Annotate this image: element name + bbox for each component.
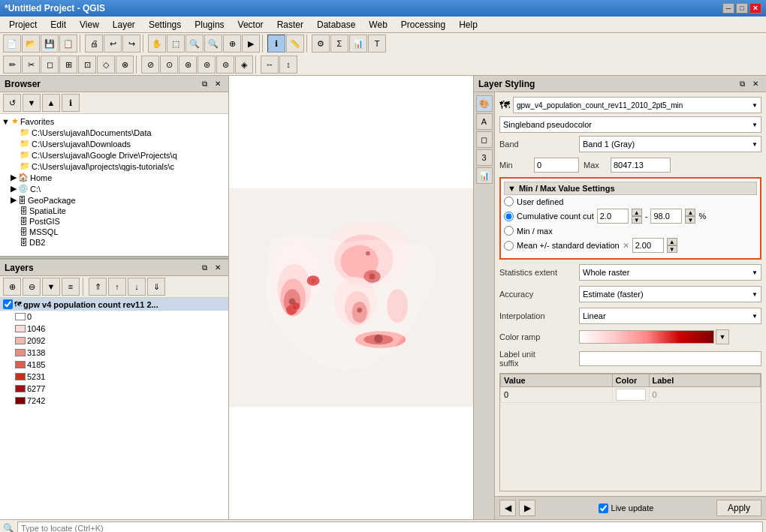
tree-item-db2[interactable]: 🗄 DB2: [2, 237, 227, 248]
maximize-button[interactable]: □: [736, 3, 748, 14]
layers-filter[interactable]: ▼: [42, 278, 60, 296]
tb-save-as[interactable]: 📋: [59, 35, 77, 53]
mean-std-spinner[interactable]: ▲ ▼: [667, 238, 677, 253]
tb-redo[interactable]: ↪: [122, 35, 140, 53]
spin-up-2[interactable]: ▲: [685, 209, 695, 216]
browser-close-btn[interactable]: ✕: [212, 78, 224, 90]
style-icon-symbology[interactable]: 🎨: [476, 95, 493, 112]
color-ramp-menu[interactable]: ▼: [716, 329, 729, 344]
tb-open[interactable]: 📂: [22, 35, 40, 53]
tb-zoom-out[interactable]: 🔍: [204, 35, 222, 53]
band-dropdown[interactable]: Band 1 (Gray) ▼: [579, 136, 761, 152]
tree-item-postgis[interactable]: 🗄 PostGIS: [2, 216, 227, 227]
browser-collapse[interactable]: ▲: [42, 94, 60, 112]
layers-remove[interactable]: ⊖: [23, 278, 41, 296]
tb-digitize-4[interactable]: ⊞: [59, 56, 77, 74]
tb-zoom-in[interactable]: 🔍: [185, 35, 204, 53]
cumulative-radio[interactable]: [504, 212, 514, 221]
min-input[interactable]: [534, 158, 579, 173]
tree-item-3[interactable]: 📁 C:\Users\ujaval\projects\qgis-tutorial…: [2, 161, 227, 172]
map-area[interactable]: [229, 76, 473, 519]
cumulative-min-input[interactable]: [597, 209, 629, 224]
tree-item-c[interactable]: ▶ 💿 C:\: [2, 183, 227, 194]
tb-digitize-5[interactable]: ⊡: [78, 56, 96, 74]
tb-move2[interactable]: ↕: [279, 56, 297, 74]
mean-std-input[interactable]: [632, 238, 664, 253]
tb-layer-props[interactable]: ⚙: [312, 35, 330, 53]
tb-adv-2[interactable]: ⊙: [160, 56, 178, 74]
locate-input[interactable]: [17, 521, 763, 533]
spin-up-1[interactable]: ▲: [632, 209, 642, 216]
tb-undo[interactable]: ↩: [104, 35, 122, 53]
tb-digitize-6[interactable]: ◇: [97, 56, 115, 74]
tb-adv-3[interactable]: ⊛: [179, 56, 197, 74]
tb-select[interactable]: ⬚: [167, 35, 185, 53]
layers-move-down[interactable]: ↓: [128, 278, 146, 296]
close-button[interactable]: ✕: [749, 3, 761, 14]
spin-up-3[interactable]: ▲: [667, 238, 677, 245]
styling-float-btn[interactable]: ⧉: [736, 78, 748, 90]
tb-calculator[interactable]: T: [368, 35, 386, 53]
minmax-radio[interactable]: [504, 226, 514, 236]
menu-plugins[interactable]: Plugins: [188, 18, 230, 32]
label-unit-input[interactable]: [579, 351, 761, 366]
style-icon-mask[interactable]: ◻: [476, 131, 493, 148]
forward-button[interactable]: ▶: [519, 500, 535, 516]
mean-std-radio[interactable]: [504, 241, 514, 251]
max-input[interactable]: [611, 158, 671, 173]
styling-close-btn[interactable]: ✕: [749, 78, 761, 90]
menu-view[interactable]: View: [74, 18, 105, 32]
tree-item-root[interactable]: ▼ ★ Favorites: [2, 116, 227, 127]
browser-info[interactable]: ℹ: [62, 94, 80, 112]
tb-move[interactable]: ↔: [261, 56, 279, 74]
tb-digitize-1[interactable]: ✏: [3, 56, 21, 74]
tb-measure[interactable]: 📏: [286, 35, 304, 53]
layers-close-btn[interactable]: ✕: [212, 262, 224, 274]
browser-filter[interactable]: ▼: [23, 94, 41, 112]
tree-item-1[interactable]: 📁 C:\Users\ujaval\Downloads: [2, 138, 227, 149]
tb-sum[interactable]: Σ: [330, 35, 348, 53]
browser-float-btn[interactable]: ⧉: [198, 78, 210, 90]
menu-help[interactable]: Help: [453, 18, 484, 32]
user-defined-radio[interactable]: [504, 197, 514, 206]
tb-zoom-full[interactable]: ⊕: [223, 35, 241, 53]
menu-raster[interactable]: Raster: [271, 18, 309, 32]
layers-float-btn[interactable]: ⧉: [198, 262, 210, 274]
menu-web[interactable]: Web: [363, 18, 393, 32]
cumulative-max-input[interactable]: [650, 209, 682, 224]
layers-more[interactable]: ≡: [62, 278, 80, 296]
back-button[interactable]: ◀: [499, 500, 516, 516]
accuracy-dropdown[interactable]: Estimate (faster) ▼: [579, 286, 761, 302]
layer-main[interactable]: 🗺 gpw v4 population count rev11 2...: [0, 298, 228, 311]
interpolation-dropdown[interactable]: Linear ▼: [579, 308, 761, 324]
tb-adv-1[interactable]: ⊘: [141, 56, 159, 74]
tree-item-0[interactable]: 📁 C:\Users\ujaval\Documents\Data: [2, 127, 227, 138]
tb-print[interactable]: 🖨: [85, 35, 103, 53]
menu-layer[interactable]: Layer: [107, 18, 141, 32]
spin-down-2[interactable]: ▼: [685, 216, 695, 224]
apply-button[interactable]: Apply: [716, 500, 761, 516]
cell-color-0[interactable]: [612, 387, 649, 403]
style-icon-3d[interactable]: 3: [476, 149, 493, 166]
layers-move-top[interactable]: ⇑: [89, 278, 107, 296]
tb-new[interactable]: 📄: [3, 35, 21, 53]
menu-database[interactable]: Database: [311, 18, 361, 32]
layers-open-layer[interactable]: ⊕: [3, 278, 21, 296]
minimize-button[interactable]: ─: [722, 3, 734, 14]
menu-settings[interactable]: Settings: [143, 18, 187, 32]
cumulative-min-spinner[interactable]: ▲ ▼: [632, 209, 642, 224]
layers-move-bottom[interactable]: ⇓: [147, 278, 165, 296]
browser-refresh[interactable]: ↺: [3, 94, 21, 112]
tb-more[interactable]: ▶: [242, 35, 260, 53]
layer-visibility-check[interactable]: [3, 299, 13, 309]
style-icon-diagram[interactable]: 📊: [476, 167, 493, 184]
tree-item-home[interactable]: ▶ 🏠 Home: [2, 172, 227, 183]
style-icon-labels[interactable]: A: [476, 113, 493, 130]
tb-stats[interactable]: 📊: [349, 35, 367, 53]
menu-processing[interactable]: Processing: [395, 18, 451, 32]
tb-identify[interactable]: ℹ: [267, 35, 285, 53]
tb-adv-5[interactable]: ⊜: [216, 56, 234, 74]
tb-adv-4[interactable]: ⊚: [198, 56, 216, 74]
renderer-dropdown[interactable]: Singleband pseudocolor ▼: [499, 116, 761, 133]
tb-pan[interactable]: ✋: [148, 35, 166, 53]
